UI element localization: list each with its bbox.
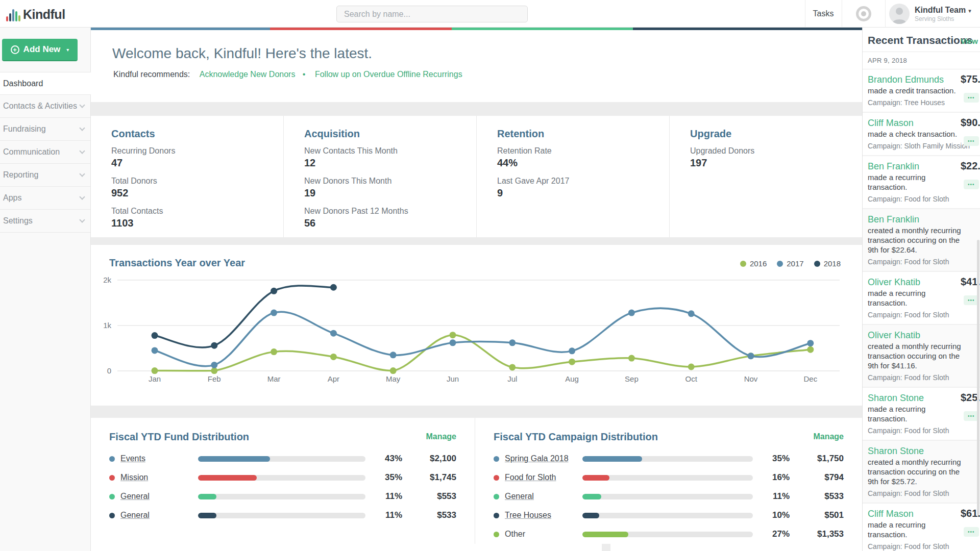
svg-text:Jul: Jul	[507, 374, 517, 383]
add-new-button[interactable]: + Add New ▾	[2, 39, 78, 61]
stat-metric: Total Donors952	[111, 176, 273, 199]
distribution-label[interactable]: Tree Houses	[505, 511, 582, 520]
svg-text:1k: 1k	[103, 321, 111, 330]
distribution-bar-track	[582, 494, 753, 499]
distribution-row-spring-gala-2018: Spring Gala 201835%$1,750	[494, 451, 844, 466]
distribution-amount: $794	[790, 472, 844, 483]
scrollbar-thumb[interactable]	[977, 240, 979, 515]
target-icon[interactable]	[856, 6, 871, 21]
acknowledge-new-donors-link[interactable]: Acknowledge New Donors	[200, 70, 296, 79]
accent-stripe	[91, 28, 862, 30]
svg-text:Jun: Jun	[447, 374, 459, 383]
sidebar-item-communication[interactable]: Communication	[0, 141, 90, 164]
chevron-down-icon: ▾	[66, 47, 69, 53]
fund-distribution-card: Fiscal YTD Fund Distribution Manage Even…	[91, 418, 475, 544]
sidebar-item-dashboard[interactable]: Dashboard	[0, 72, 91, 95]
transaction-campaign: Campaign: Food for Sloth	[868, 310, 980, 319]
category-dot	[109, 475, 115, 481]
view-all-link[interactable]: View All	[961, 37, 980, 45]
stat-metric-label: New Donors Past 12 Months	[304, 206, 466, 216]
distribution-row-general: General11%$553	[109, 489, 456, 504]
distribution-row-mission: Mission35%$1,745	[109, 470, 456, 485]
stat-metric-value: 9	[497, 186, 659, 199]
transaction-amount: $75.00	[961, 73, 980, 85]
transaction-campaign: Campaign: Sloth Family Mission	[868, 141, 980, 151]
transaction-item: Ben Franklinmade a recurring transaction…	[863, 156, 980, 209]
left-sidebar: + Add New ▾ DashboardContacts & Activiti…	[0, 28, 91, 551]
follow-up-overdue-link[interactable]: Follow up on Overdue Offline Recurrings	[315, 70, 462, 79]
sidebar-item-label: Communication	[3, 147, 80, 157]
distribution-label[interactable]: General	[120, 492, 198, 501]
distribution-bar-fill	[198, 456, 270, 462]
target-icon-dot	[861, 11, 866, 16]
link-separator: •	[303, 70, 306, 79]
sidebar-item-reporting[interactable]: Reporting	[0, 164, 90, 187]
transactions-list: Brandon Edmundsmade a credit transaction…	[863, 69, 980, 551]
next-row-card-peek	[610, 544, 862, 551]
distribution-bar-fill	[582, 456, 642, 462]
stat-metric-value: 56	[304, 216, 466, 230]
transaction-description: made a recurring transaction.	[868, 404, 962, 423]
sidebar-item-label: Contacts & Activities	[3, 102, 80, 111]
transaction-item: Sharon Stonecreated a monthly recurring …	[863, 441, 980, 504]
stat-metric-label: Total Contacts	[111, 206, 273, 216]
distribution-amount: $1,353	[790, 529, 844, 539]
user-name: Kindful Team▾	[915, 6, 971, 14]
svg-text:0: 0	[107, 366, 111, 375]
transaction-description: created a monthly recurring transaction …	[868, 457, 962, 486]
transaction-item: Brandon Edmundsmade a credit transaction…	[863, 69, 980, 113]
distribution-label[interactable]: General	[120, 511, 198, 520]
sidebar-item-settings[interactable]: Settings	[0, 210, 90, 233]
distribution-label[interactable]: General	[505, 492, 582, 501]
chevron-down-icon	[79, 102, 85, 108]
transaction-item: Sharon Stonemade a recurring transaction…	[863, 388, 980, 441]
transaction-contact-link[interactable]: Oliver Khatib	[868, 329, 980, 341]
distribution-bar-fill	[198, 513, 216, 518]
transaction-contact-link[interactable]: Ben Franklin	[868, 213, 980, 226]
transaction-description: made a recurring transaction.	[868, 172, 962, 192]
stat-metric-value: 12	[304, 156, 466, 169]
stat-metric: Retention Rate44%	[497, 146, 659, 169]
stat-metric: Total Contacts1103	[111, 206, 273, 230]
sidebar-item-apps[interactable]: Apps	[0, 187, 90, 210]
distribution-percent: 27%	[753, 529, 790, 539]
ellipsis-menu-button[interactable]: •••	[964, 136, 979, 146]
transaction-contact-link[interactable]: Sharon Stone	[868, 445, 980, 457]
search-input[interactable]	[336, 6, 528, 22]
stat-metric-label: Recurring Donors	[111, 146, 273, 156]
transaction-item: Oliver Khatibcreated a monthly recurring…	[863, 325, 980, 388]
stat-card-upgrade: UpgradeUpgraded Donors197	[670, 116, 862, 237]
transaction-campaign: Campaign: Food for Sloth	[868, 373, 980, 382]
transaction-description: made a recurring transaction.	[868, 520, 962, 539]
distribution-label[interactable]: Food for Sloth	[505, 473, 582, 482]
distribution-bar-fill	[582, 475, 609, 481]
svg-text:2k: 2k	[103, 276, 111, 284]
distribution-bar-track	[582, 456, 753, 462]
tasks-button[interactable]: Tasks	[805, 0, 841, 28]
ellipsis-menu-button[interactable]: •••	[964, 93, 979, 103]
sidebar-item-fundraising[interactable]: Fundraising	[0, 118, 90, 141]
stat-card-title: Upgrade	[690, 128, 852, 140]
distribution-bar-track	[198, 513, 365, 518]
sidebar-item-label: Dashboard	[3, 79, 85, 88]
campaign-manage-link[interactable]: Manage	[813, 432, 844, 441]
header-divider	[885, 0, 886, 28]
svg-text:Sep: Sep	[625, 374, 639, 383]
kindful-logo-icon	[6, 9, 20, 21]
sidebar-item-contacts-activities[interactable]: Contacts & Activities	[0, 95, 90, 118]
svg-text:Dec: Dec	[803, 374, 817, 383]
distribution-amount: $533	[790, 491, 844, 502]
distribution-label[interactable]: Events	[120, 454, 198, 463]
fund-manage-link[interactable]: Manage	[426, 432, 456, 441]
distribution-percent: 11%	[365, 510, 402, 520]
distribution-label[interactable]: Mission	[120, 473, 198, 482]
distribution-bar-fill	[582, 513, 599, 518]
ellipsis-menu-button[interactable]: •••	[964, 180, 979, 189]
transaction-description: made a credit transaction.	[868, 86, 962, 95]
sidebar-item-label: Apps	[3, 193, 80, 203]
svg-text:Mar: Mar	[267, 374, 281, 383]
distribution-label[interactable]: Spring Gala 2018	[505, 454, 582, 463]
user-profile-menu[interactable]: Kindful Team▾ Serving Sloths	[889, 4, 971, 24]
ellipsis-menu-button[interactable]: •••	[964, 527, 979, 537]
kindful-logo[interactable]: Kindful	[6, 6, 65, 21]
